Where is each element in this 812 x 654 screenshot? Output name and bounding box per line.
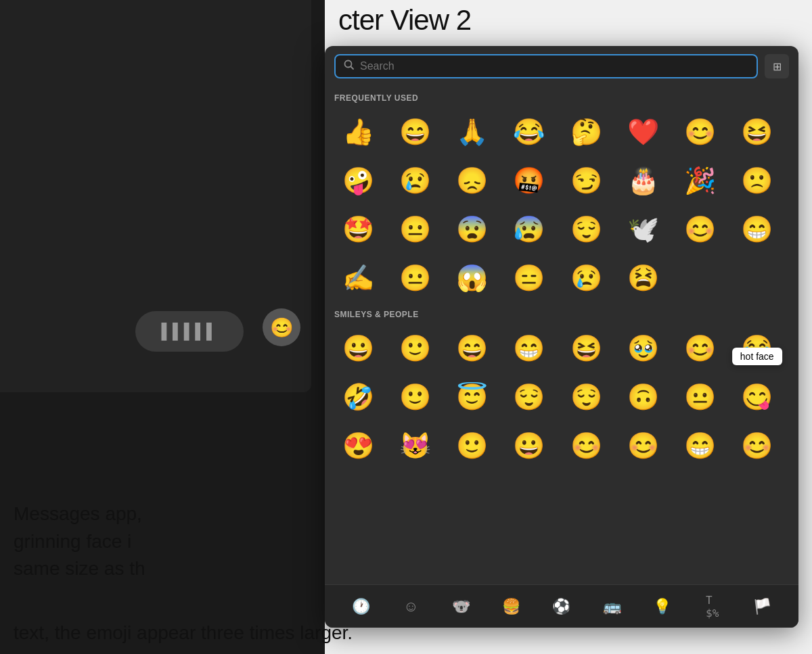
emoji-s8[interactable]: 😊 (734, 422, 781, 469)
emoji-grin2[interactable]: 😄 (449, 325, 496, 372)
smileys-label: SMILEYS & PEOPLE (334, 310, 789, 319)
smileys-icon: ☺ (403, 598, 418, 615)
search-icon (344, 60, 355, 73)
emoji-dove[interactable]: 🕊️ (619, 206, 667, 253)
nav-smileys[interactable]: ☺ (397, 593, 424, 620)
emoji-smiley[interactable]: 😀 (334, 325, 382, 372)
emoji-party[interactable]: 🎉 (677, 157, 724, 204)
emoji-grinning[interactable]: 😁 (734, 206, 781, 253)
emoji-upside[interactable]: 🙃 (619, 373, 667, 421)
title-bar: cter View 2 (325, 0, 812, 41)
emoji-joy[interactable]: 😂 (505, 108, 553, 156)
emoji-sweat[interactable]: 😰 (505, 206, 553, 253)
emoji-cry[interactable]: 😢 (391, 157, 438, 204)
emoji-lol[interactable]: 😂 (734, 325, 781, 372)
nav-animals[interactable]: 🐨 (448, 593, 475, 620)
emoji-halo[interactable]: 😇 (449, 373, 496, 421)
emoji-smirk[interactable]: 😏 (562, 157, 610, 204)
search-bar-container: ⊞ (325, 46, 798, 85)
emoji-empty1 (677, 254, 724, 302)
nav-objects[interactable]: 💡 (648, 593, 675, 620)
waveform-icon: ▌▌▌▌▌ (162, 323, 218, 340)
animals-icon: 🐨 (452, 598, 470, 615)
emoji-yum[interactable]: 😋 hot face (734, 373, 781, 421)
emoji-s3[interactable]: 🙂 (449, 422, 496, 469)
nav-flags[interactable]: 🏳️ (749, 593, 776, 620)
frequently-used-grid: 👍 😄 🙏 😂 🤔 ❤️ 😊 😆 🤪 😢 😞 🤬 😏 🎂 🎉 🙁 🤩 😐 😨 😰… (334, 108, 789, 302)
emoji-heart-eyes[interactable]: 😍 (334, 422, 382, 469)
emoji-face-icon: 😊 (270, 317, 294, 339)
emoji-smile3[interactable]: 🙂 (391, 373, 438, 421)
nav-travel[interactable]: 🚌 (598, 593, 625, 620)
emoji-big-grin[interactable]: 😁 (505, 325, 553, 372)
emoji-cake[interactable]: 🎂 (619, 157, 667, 204)
body-text-line2: grinning face i (14, 528, 325, 556)
search-input-wrapper[interactable] (334, 54, 758, 78)
emoji-expressionless[interactable]: 😐 (391, 254, 438, 302)
food-icon: 🍔 (502, 598, 520, 615)
emoji-slight-frown[interactable]: 🙁 (734, 157, 781, 204)
emoji-heart[interactable]: ❤️ (619, 108, 667, 156)
emoji-thinking[interactable]: 🤔 (562, 108, 610, 156)
emoji-s6[interactable]: 😊 (619, 422, 667, 469)
emoji-smile2[interactable]: 😊 (677, 206, 724, 253)
emoji-grinsweat[interactable]: 😄 (391, 108, 438, 156)
smileys-grid: 😀 🙂 😄 😁 😆 🥹 😊 😂 🤣 🙂 😇 😌 😌 🙃 😐 😋 hot face (334, 325, 789, 469)
emoji-tired[interactable]: 😫 (619, 254, 667, 302)
waveform-area[interactable]: ▌▌▌▌▌ (135, 311, 244, 352)
emoji-starstruck[interactable]: 🤩 (334, 206, 382, 253)
emoji-content-area: FREQUENTLY USED 👍 😄 🙏 😂 🤔 ❤️ 😊 😆 🤪 😢 😞 🤬… (325, 85, 798, 584)
emoji-angry[interactable]: 🤬 (505, 157, 553, 204)
emoji-smile[interactable]: 😊 (677, 108, 724, 156)
emoji-anxious[interactable]: 😨 (449, 206, 496, 253)
emoji-pray[interactable]: 🙏 (449, 108, 496, 156)
emoji-s4[interactable]: 😀 (505, 422, 553, 469)
body-text: Messages app, grinning face i same size … (14, 500, 325, 583)
emoji-smug[interactable]: 😌 (562, 373, 610, 421)
body-text-line1: Messages app, (14, 500, 325, 528)
emoji-rofl[interactable]: 🤣 (334, 373, 382, 421)
emoji-empty2 (734, 254, 781, 302)
emoji-relieved[interactable]: 😌 (562, 206, 610, 253)
travel-icon: 🚌 (603, 598, 621, 615)
emoji-cat[interactable]: 😻 (391, 422, 438, 469)
emoji-picker-trigger[interactable]: 😊 (263, 308, 300, 346)
nav-recent[interactable]: 🕐 (347, 593, 374, 620)
emoji-s5[interactable]: 😊 (562, 422, 610, 469)
emoji-sobbing[interactable]: 😢 (562, 254, 610, 302)
emoji-nav-bar: 🕐 ☺ 🐨 🍔 ⚽ 🚌 💡 T$% 🏳️ (325, 584, 798, 628)
nav-symbols[interactable]: T$% (699, 593, 726, 620)
flags-icon: 🏳️ (753, 598, 771, 615)
emoji-sad[interactable]: 😞 (449, 157, 496, 204)
emoji-scream[interactable]: 😱 (449, 254, 496, 302)
search-input[interactable] (360, 60, 748, 72)
emoji-thumbsup[interactable]: 👍 (334, 108, 382, 156)
emoji-neutral[interactable]: 😐 (391, 206, 438, 253)
sports-icon: ⚽ (552, 598, 570, 615)
nav-food[interactable]: 🍔 (498, 593, 525, 620)
emoji-zany[interactable]: 🤪 (334, 157, 382, 204)
emoji-grin[interactable]: 😆 (734, 108, 781, 156)
svg-line-1 (351, 67, 354, 70)
recent-icon: 🕐 (352, 598, 370, 615)
grid-icon: ⊞ (773, 60, 782, 73)
emoji-picker-panel: ⊞ FREQUENTLY USED 👍 😄 🙏 😂 🤔 ❤️ 😊 😆 🤪 😢 😞… (325, 46, 798, 628)
emoji-smiling[interactable]: 😊 (677, 325, 724, 372)
frequently-used-label: FREQUENTLY USED (334, 93, 789, 103)
nav-sports[interactable]: ⚽ (548, 593, 575, 620)
emoji-laughing[interactable]: 😆 (562, 325, 610, 372)
emoji-writing[interactable]: ✍️ (334, 254, 382, 302)
emoji-s7[interactable]: 😁 (677, 422, 724, 469)
body-text-line3: same size as th (14, 555, 325, 583)
page-title: cter View 2 (338, 4, 471, 37)
emoji-dot-dot[interactable]: 😐 (677, 373, 724, 421)
emoji-no-mouth[interactable]: 😑 (505, 254, 553, 302)
grid-view-button[interactable]: ⊞ (765, 54, 789, 78)
emoji-holding-tears[interactable]: 🥹 (619, 325, 667, 372)
objects-icon: 💡 (653, 598, 671, 615)
emoji-slight-smile[interactable]: 🙂 (391, 325, 438, 372)
symbols-icon: T$% (706, 594, 719, 620)
emoji-relaxed[interactable]: 😌 (505, 373, 553, 421)
